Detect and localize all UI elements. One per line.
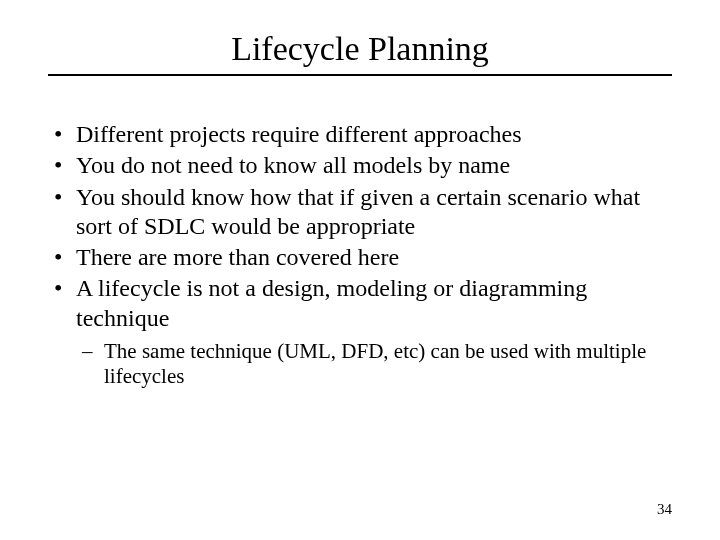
page-number: 34 (657, 501, 672, 518)
bullet-item: There are more than covered here (48, 243, 672, 272)
bullet-list: Different projects require different app… (48, 120, 672, 333)
bullet-item: You should know how that if given a cert… (48, 183, 672, 242)
bullet-item: A lifecycle is not a design, modeling or… (48, 274, 672, 333)
bullet-item: You do not need to know all models by na… (48, 151, 672, 180)
sub-bullet-list: The same technique (UML, DFD, etc) can b… (48, 339, 672, 390)
sub-bullet-item: The same technique (UML, DFD, etc) can b… (48, 339, 672, 390)
slide-content: Different projects require different app… (48, 120, 672, 390)
slide-title: Lifecycle Planning (48, 30, 672, 76)
bullet-item: Different projects require different app… (48, 120, 672, 149)
slide: Lifecycle Planning Different projects re… (0, 0, 720, 540)
